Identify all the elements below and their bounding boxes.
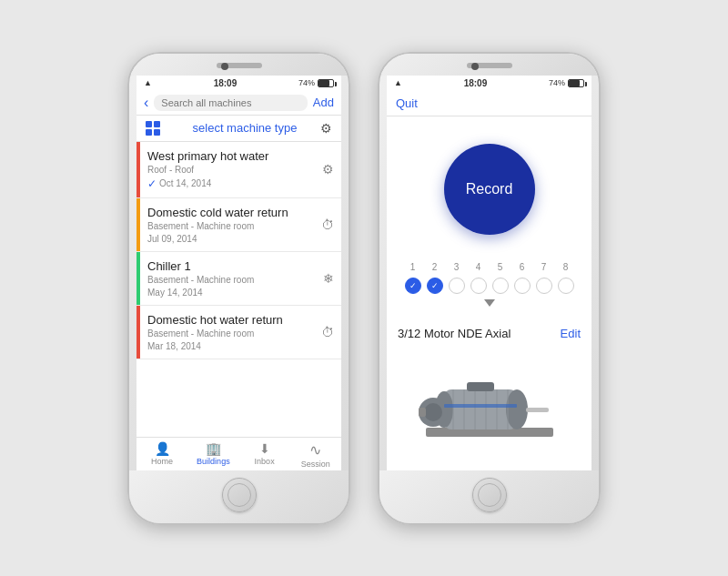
item-action-2[interactable]: ⏱	[314, 198, 341, 251]
step-pointer	[400, 299, 578, 307]
item-subtitle-3: Basement - Machine room	[147, 275, 308, 285]
phone-2-bottom	[379, 470, 599, 523]
item-action-3[interactable]: ❄	[316, 252, 341, 305]
item-title-3: Chiller 1	[147, 259, 308, 273]
item-content-2: Domestic cold water return Basement - Ma…	[140, 198, 314, 251]
buildings-tab-label: Buildings	[197, 457, 230, 466]
tab-home[interactable]: 👤 Home	[136, 441, 187, 469]
wifi-icon-2: ▲	[394, 78, 402, 87]
svg-rect-13	[419, 408, 426, 417]
battery-fill-2	[569, 80, 580, 86]
tab-bar: 👤 Home 🏢 Buildings ⬇ Inbox ∿ Session	[136, 437, 341, 470]
step-num-8: 8	[558, 262, 574, 272]
recording-info: 3/12 Motor NDE Axial Edit	[387, 316, 592, 346]
grid-icon[interactable]	[146, 121, 160, 136]
step-dot-2[interactable]: ✓	[427, 278, 443, 294]
home-tab-icon: 👤	[155, 441, 170, 456]
recording-label: 3/12 Motor NDE Axial	[398, 327, 511, 340]
tab-buildings[interactable]: 🏢 Buildings	[187, 441, 238, 469]
step-dot-5[interactable]	[492, 278, 509, 294]
list-item[interactable]: Domestic hot water return Basement - Mac…	[136, 306, 341, 359]
item-content-1: West primary hot water Roof - Roof ✓ Oct…	[140, 142, 315, 197]
svg-point-12	[424, 403, 442, 421]
steps-area: 1 2 3 4 5 6 7 8 ✓ ✓	[387, 253, 592, 316]
step-dot-1[interactable]: ✓	[405, 278, 421, 294]
motor-illustration	[417, 362, 562, 453]
item-date-2: Jul 09, 2014	[147, 234, 307, 244]
item-content-3: Chiller 1 Basement - Machine room May 14…	[140, 252, 316, 305]
item-title-2: Domestic cold water return	[147, 206, 307, 219]
phone-1-screen: ▲ 18:09 74% ‹ Add	[136, 76, 341, 470]
checkmark-icon: ✓	[147, 177, 157, 190]
nav-bar-1: ‹ Add	[136, 91, 341, 116]
add-button[interactable]: Add	[313, 96, 334, 109]
step-dot-6[interactable]	[514, 278, 531, 294]
battery-pct-1: 74%	[298, 78, 315, 87]
step-num-7: 7	[536, 262, 552, 272]
camera-2	[471, 63, 479, 70]
quit-button[interactable]: Quit	[396, 96, 418, 110]
list-item[interactable]: Chiller 1 Basement - Machine room May 14…	[136, 252, 341, 306]
record-button[interactable]: Record	[444, 144, 535, 235]
battery-pct-2: 74%	[549, 78, 565, 87]
phone-1: ▲ 18:09 74% ‹ Add	[127, 52, 350, 525]
step-num-3: 3	[449, 262, 465, 272]
time-1: 18:09	[214, 78, 238, 88]
session-tab-label: Session	[301, 460, 330, 469]
item-action-4[interactable]: ⏱	[314, 306, 341, 359]
step-num-6: 6	[514, 262, 531, 272]
phones-container: ▲ 18:09 74% ‹ Add	[127, 52, 601, 525]
home-button-inner-1	[228, 483, 251, 507]
record-area: Record	[387, 116, 592, 253]
home-button-2[interactable]	[472, 478, 507, 512]
tab-session[interactable]: ∿ Session	[290, 441, 341, 469]
step-dot-8[interactable]	[558, 278, 574, 294]
item-subtitle-2: Basement - Machine room	[147, 221, 307, 231]
step-dot-7[interactable]	[536, 278, 552, 294]
back-chevron[interactable]: ‹	[144, 95, 148, 111]
phone-2-top	[379, 54, 599, 76]
steps-numbers: 1 2 3 4 5 6 7 8	[400, 262, 578, 272]
item-action-1[interactable]: ⚙	[315, 142, 341, 197]
item-title-4: Domestic hot water return	[147, 313, 307, 327]
status-left: ▲	[144, 78, 152, 87]
step-num-4: 4	[470, 262, 487, 272]
buildings-tab-icon: 🏢	[206, 441, 221, 456]
quit-bar: Quit	[387, 91, 592, 116]
status-bar-2: ▲ 18:09 74%	[387, 76, 592, 91]
step-num-1: 1	[405, 262, 421, 272]
step-dot-4[interactable]	[470, 278, 487, 294]
list-item[interactable]: Domestic cold water return Basement - Ma…	[136, 198, 341, 252]
machine-type-icon[interactable]: ⚙	[320, 121, 332, 136]
step-num-2: 2	[427, 262, 443, 272]
step-num-5: 5	[492, 262, 509, 272]
battery-fill-1	[318, 80, 329, 86]
item-date-4: Mar 18, 2014	[147, 341, 307, 351]
list-items: West primary hot water Roof - Roof ✓ Oct…	[136, 142, 341, 437]
edit-button[interactable]: Edit	[561, 327, 581, 340]
tab-inbox[interactable]: ⬇ Inbox	[239, 441, 290, 469]
item-title-1: West primary hot water	[147, 149, 308, 163]
search-input[interactable]	[154, 95, 308, 111]
item-content-4: Domestic hot water return Basement - Mac…	[140, 306, 314, 359]
list-item[interactable]: West primary hot water Roof - Roof ✓ Oct…	[136, 142, 341, 198]
item-date-1: ✓ Oct 14, 2014	[147, 177, 308, 190]
item-subtitle-1: Roof - Roof	[147, 165, 308, 175]
item-subtitle-4: Basement - Machine room	[147, 328, 307, 339]
step-dot-3[interactable]	[449, 278, 465, 294]
status-right: 74%	[298, 78, 334, 87]
svg-rect-4	[526, 408, 549, 412]
home-button-inner-2	[478, 483, 501, 507]
phone-1-bottom	[129, 470, 349, 523]
filter-label[interactable]: select machine type	[169, 121, 320, 135]
phone-1-top	[129, 54, 349, 76]
svg-rect-15	[467, 382, 494, 391]
camera	[221, 63, 228, 70]
record-label: Record	[466, 181, 513, 197]
machine-image-area	[387, 346, 592, 470]
filter-bar: select machine type ⚙	[136, 116, 341, 142]
home-button-1[interactable]	[222, 478, 257, 512]
time-2: 18:09	[464, 78, 488, 88]
item-date-3: May 14, 2014	[147, 288, 308, 298]
battery-icon-1	[318, 79, 334, 87]
